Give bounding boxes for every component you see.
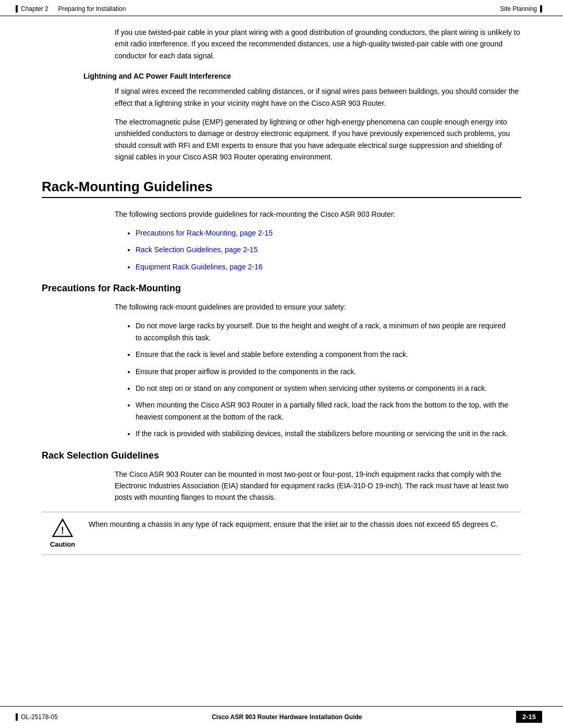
list-item: Ensure that proper airflow is provided t… <box>136 366 511 377</box>
precautions-list: Do not move large racks by yourself. Due… <box>136 320 511 439</box>
page-container: Chapter 2 Preparing for Installation Sit… <box>0 0 563 728</box>
header-right-bar <box>540 5 542 13</box>
header-left: Chapter 2 Preparing for Installation <box>16 5 126 13</box>
caution-text: When mounting a chassis in any type of r… <box>89 519 521 530</box>
footer-doc-number: OL-25178-05 <box>21 713 58 721</box>
rack-selection-link[interactable]: Rack Selection Guidelines, page 2-15 <box>136 245 258 254</box>
svg-text:!: ! <box>61 525 64 536</box>
rack-mounting-links-list: Precautions for Rack-Mounting, page 2-15… <box>136 227 511 273</box>
main-content: If you use twisted-pair cable in your pl… <box>0 16 563 706</box>
rack-mounting-title: Rack-Mounting Guidelines <box>42 179 521 198</box>
page-header: Chapter 2 Preparing for Installation Sit… <box>0 0 563 16</box>
page-footer: OL-25178-05 Cisco ASR 903 Router Hardwar… <box>0 706 563 728</box>
precautions-intro: The following rack-mount guidelines are … <box>115 301 521 313</box>
footer-bar-icon <box>16 713 18 721</box>
rack-mounting-intro: The following sections provide guideline… <box>115 208 521 220</box>
lightning-paragraph-1: If signal wires exceed the recommended c… <box>115 85 521 109</box>
equipment-rack-link[interactable]: Equipment Rack Guidelines, page 2-16 <box>136 263 263 271</box>
rack-selection-paragraph: The Cisco ASR 903 Router can be mounted … <box>115 468 521 503</box>
lightning-paragraph-2: The electromagnetic pulse (EMP) generate… <box>115 116 521 163</box>
list-item: When mounting the Cisco ASR 903 Router i… <box>136 399 511 423</box>
list-item: Equipment Rack Guidelines, page 2-16 <box>136 261 511 273</box>
footer-page-number: 2-15 <box>516 711 542 723</box>
caution-triangle-icon: ! <box>52 519 73 537</box>
intro-paragraph: If you use twisted-pair cable in your pl… <box>115 27 521 61</box>
footer-left: OL-25178-05 <box>16 713 58 721</box>
caution-icon-area: ! Caution <box>42 519 89 548</box>
list-item: Precautions for Rack-Mounting, page 2-15 <box>136 227 511 239</box>
precautions-link[interactable]: Precautions for Rack-Mounting, page 2-15 <box>136 229 273 237</box>
caution-label: Caution <box>50 540 75 548</box>
caution-box: ! Caution When mounting a chassis in any… <box>42 512 521 555</box>
header-section-label: Preparing for Installation <box>58 5 126 13</box>
header-chapter-label: Chapter 2 <box>21 5 48 13</box>
lightning-heading: Lightning and AC Power Fault Interferenc… <box>83 72 521 80</box>
rack-selection-title: Rack Selection Guidelines <box>42 450 521 461</box>
header-right: Site Planning <box>500 5 542 13</box>
list-item: Ensure that the rack is level and stable… <box>136 349 511 360</box>
list-item: Rack Selection Guidelines, page 2-15 <box>136 244 511 255</box>
precautions-title: Precautions for Rack-Mounting <box>42 283 521 294</box>
list-item: Do not move large racks by yourself. Due… <box>136 320 511 343</box>
header-right-label: Site Planning <box>500 5 537 13</box>
list-item: Do not step on or stand on any component… <box>136 382 511 394</box>
header-bar-icon <box>16 5 18 13</box>
list-item: If the rack is provided with stabilizing… <box>136 428 511 439</box>
footer-guide-title: Cisco ASR 903 Router Hardware Installati… <box>58 713 516 721</box>
